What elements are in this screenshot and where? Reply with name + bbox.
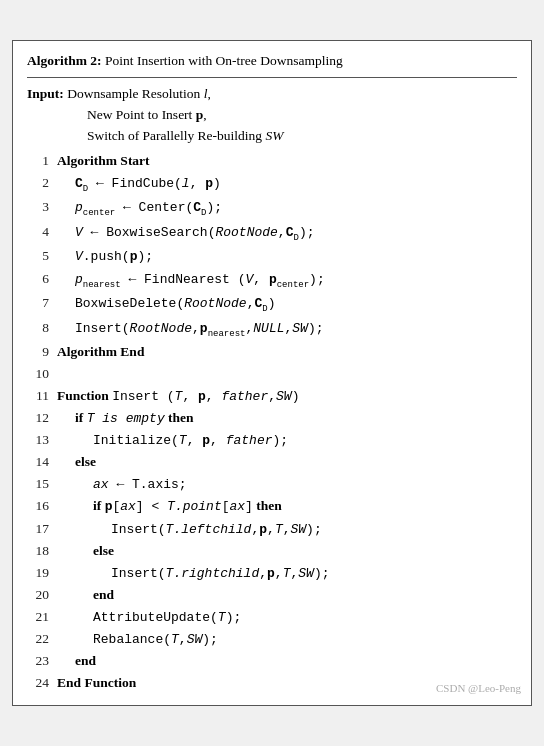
code-line-16: 16 if p[ax] < T.point[ax] then (27, 496, 517, 517)
line-content: Initialize(T, p, father); (57, 431, 517, 451)
input-label: Input: (27, 86, 64, 101)
line-number: 13 (27, 430, 49, 451)
line-number: 17 (27, 519, 49, 540)
line-number: 16 (27, 496, 49, 517)
code-line-20: 20 end (27, 585, 517, 606)
line-content: Rebalance(T,SW); (57, 630, 517, 650)
line-content: Function Insert (T, p, father,SW) (57, 386, 517, 407)
line-number: 21 (27, 607, 49, 628)
line-content: Insert(T.rightchild,p,T,SW); (57, 564, 517, 584)
code-line-9: 9 Algorithm End (27, 342, 517, 363)
input-item-1: Downsample Resolution l, (67, 86, 211, 101)
code-line-7: 7 BoxwiseDelete(RootNode,CD) (27, 293, 517, 317)
code-line-11: 11 Function Insert (T, p, father,SW) (27, 386, 517, 407)
input-item-3: Switch of Parallelly Re-building SW (27, 128, 283, 143)
line-number: 15 (27, 474, 49, 495)
line-number: 3 (27, 197, 49, 218)
line-content: end (57, 585, 517, 606)
line-content: ax ← T.axis; (57, 475, 517, 495)
code-line-6: 6 pnearest ← FindNearest (V, pcenter); (27, 269, 517, 293)
line-number: 22 (27, 629, 49, 650)
line-content: Algorithm End (57, 342, 517, 363)
line-number: 9 (27, 342, 49, 363)
code-line-23: 23 end (27, 651, 517, 672)
line-content: BoxwiseDelete(RootNode,CD) (57, 294, 517, 317)
algorithm-label: Algorithm 2: (27, 53, 102, 68)
line-number: 12 (27, 408, 49, 429)
code-line-5: 5 V.push(p); (27, 246, 517, 267)
line-number: 20 (27, 585, 49, 606)
line-number: 2 (27, 173, 49, 194)
line-number: 6 (27, 269, 49, 290)
line-content: pnearest ← FindNearest (V, pcenter); (57, 270, 517, 293)
line-number: 23 (27, 651, 49, 672)
line-content: if T is empty then (57, 408, 517, 429)
line-number: 10 (27, 364, 49, 385)
line-content: CD ← FindCube(l, p) (57, 174, 517, 197)
code-line-15: 15 ax ← T.axis; (27, 474, 517, 495)
line-number: 14 (27, 452, 49, 473)
line-number: 19 (27, 563, 49, 584)
code-line-22: 22 Rebalance(T,SW); (27, 629, 517, 650)
code-line-10: 10 (27, 364, 517, 385)
code-line-17: 17 Insert(T.leftchild,p,T,SW); (27, 519, 517, 540)
line-content (57, 364, 517, 385)
algorithm-title: Algorithm 2: Point Insertion with On-tre… (27, 51, 517, 78)
line-number: 11 (27, 386, 49, 407)
code-line-19: 19 Insert(T.rightchild,p,T,SW); (27, 563, 517, 584)
line-content: V ← BoxwiseSearch(RootNode,CD); (57, 223, 517, 246)
line-content: else (57, 452, 517, 473)
code-line-3: 3 pcenter ← Center(CD); (27, 197, 517, 221)
line-content: Algorithm Start (57, 151, 517, 172)
algorithm-container: Algorithm 2: Point Insertion with On-tre… (12, 40, 532, 706)
line-number: 18 (27, 541, 49, 562)
line-content: AttributeUpdate(T); (57, 608, 517, 628)
algorithm-description: Point Insertion with On-tree Downsamplin… (105, 53, 343, 68)
line-number: 8 (27, 318, 49, 339)
code-line-12: 12 if T is empty then (27, 408, 517, 429)
line-content: Insert(T.leftchild,p,T,SW); (57, 520, 517, 540)
line-content: pcenter ← Center(CD); (57, 198, 517, 221)
input-item-2: New Point to Insert p, (27, 107, 207, 122)
code-line-18: 18 else (27, 541, 517, 562)
line-number: 7 (27, 293, 49, 314)
line-content: else (57, 541, 517, 562)
line-content: end (57, 651, 517, 672)
code-line-8: 8 Insert(RootNode,pnearest,NULL,SW); (27, 318, 517, 342)
line-number: 1 (27, 151, 49, 172)
code-line-13: 13 Initialize(T, p, father); (27, 430, 517, 451)
input-section: Input: Downsample Resolution l, New Poin… (27, 84, 517, 147)
line-number: 24 (27, 673, 49, 694)
line-content: if p[ax] < T.point[ax] then (57, 496, 517, 517)
code-line-14: 14 else (27, 452, 517, 473)
line-number: 4 (27, 222, 49, 243)
line-content: Insert(RootNode,pnearest,NULL,SW); (57, 319, 517, 342)
code-line-4: 4 V ← BoxwiseSearch(RootNode,CD); (27, 222, 517, 246)
code-line-21: 21 AttributeUpdate(T); (27, 607, 517, 628)
code-line-1: 1 Algorithm Start (27, 151, 517, 172)
watermark: CSDN @Leo-Peng (436, 680, 521, 697)
code-line-2: 2 CD ← FindCube(l, p) (27, 173, 517, 197)
line-content: V.push(p); (57, 247, 517, 267)
line-number: 5 (27, 246, 49, 267)
